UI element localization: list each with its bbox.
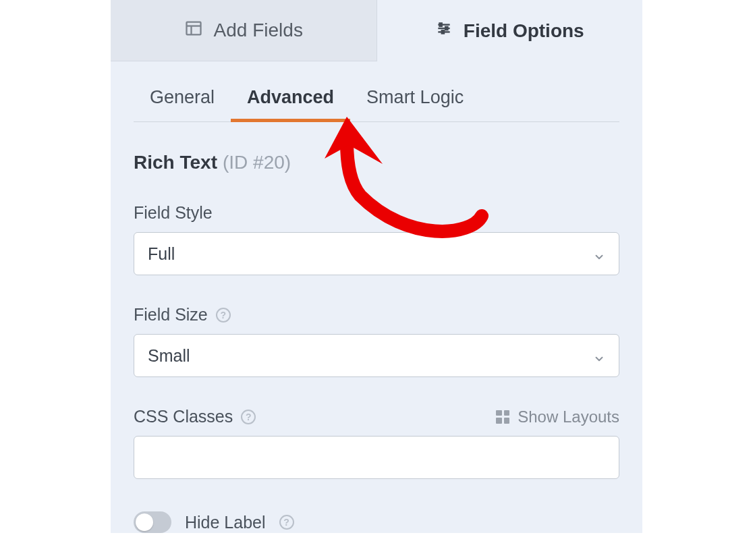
svg-rect-0 bbox=[186, 22, 200, 34]
subtab-general[interactable]: General bbox=[134, 78, 231, 122]
show-layouts-button[interactable]: Show Layouts bbox=[496, 408, 619, 426]
field-options-panel: Add Fields Field Options bbox=[111, 0, 642, 533]
help-icon[interactable]: ? bbox=[279, 515, 294, 530]
field-style-group: Field Style Full bbox=[134, 203, 619, 275]
field-size-value: Small bbox=[148, 346, 190, 366]
tab-add-fields-label: Add Fields bbox=[214, 20, 303, 41]
top-tabs: Add Fields Field Options bbox=[111, 0, 642, 61]
field-size-label: Field Size bbox=[134, 305, 208, 325]
field-style-label: Field Style bbox=[134, 203, 213, 223]
tab-field-options-label: Field Options bbox=[464, 20, 584, 42]
hide-label-toggle[interactable] bbox=[134, 511, 171, 533]
field-style-select[interactable]: Full bbox=[134, 232, 619, 275]
css-classes-label: CSS Classes bbox=[134, 407, 233, 426]
hide-label-group: Hide Label ? bbox=[134, 511, 619, 533]
field-id: (ID #20) bbox=[223, 152, 291, 173]
field-header: Rich Text (ID #20) bbox=[134, 152, 619, 173]
css-classes-input[interactable] bbox=[134, 436, 619, 479]
sub-tabs: General Advanced Smart Logic bbox=[134, 78, 619, 122]
show-layouts-label: Show Layouts bbox=[518, 408, 619, 426]
subtab-advanced[interactable]: Advanced bbox=[231, 78, 350, 122]
panel-content: General Advanced Smart Logic Rich Text (… bbox=[111, 61, 642, 533]
chevron-down-icon bbox=[593, 349, 605, 362]
hide-label-text: Hide Label bbox=[185, 513, 266, 532]
field-style-value: Full bbox=[148, 244, 175, 264]
sliders-icon bbox=[435, 20, 453, 42]
field-name: Rich Text bbox=[134, 152, 217, 173]
help-icon[interactable]: ? bbox=[216, 308, 231, 323]
tab-add-fields[interactable]: Add Fields bbox=[111, 0, 377, 61]
field-size-select[interactable]: Small bbox=[134, 334, 619, 377]
grid-icon bbox=[496, 410, 509, 424]
help-icon[interactable]: ? bbox=[241, 410, 256, 424]
svg-rect-8 bbox=[442, 30, 444, 33]
toggle-knob bbox=[136, 513, 153, 531]
css-classes-group: CSS Classes ? Show Layouts bbox=[134, 407, 619, 479]
svg-rect-7 bbox=[445, 27, 447, 30]
form-icon bbox=[184, 19, 203, 43]
tab-field-options[interactable]: Field Options bbox=[377, 0, 643, 61]
field-size-group: Field Size ? Small bbox=[134, 305, 619, 377]
chevron-down-icon bbox=[593, 248, 605, 260]
subtab-smart-logic[interactable]: Smart Logic bbox=[350, 78, 480, 122]
svg-rect-6 bbox=[439, 23, 441, 26]
